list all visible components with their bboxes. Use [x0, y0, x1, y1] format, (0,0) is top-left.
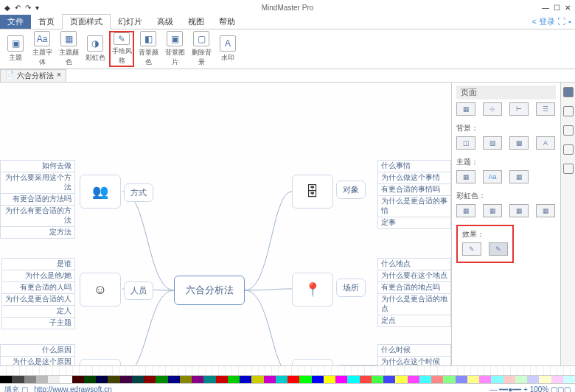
app-icon: ◆: [4, 4, 10, 12]
effect-section: 效果： ✎ ✎: [456, 225, 514, 263]
side-label-rainbow: 彩虹色：: [456, 191, 556, 201]
effect-thumb-pen[interactable]: ✎: [462, 242, 481, 256]
center-node[interactable]: 六合分析法: [174, 276, 245, 305]
node[interactable]: 方式: [124, 183, 153, 202]
theme-thumb[interactable]: Aa: [483, 170, 502, 183]
menu-tab-0[interactable]: 首页: [31, 15, 62, 29]
bg-thumb[interactable]: ▩: [509, 136, 529, 150]
ribbon-背景图片[interactable]: ▣背景图片: [162, 31, 187, 67]
minimize-icon[interactable]: —: [542, 4, 549, 12]
side-label-effect: 效果：: [462, 229, 508, 239]
branch-items[interactable]: 是谁为什么是他/她有更合适的人吗为什么是更合适的人定人子主题: [1, 258, 75, 329]
theme-thumb[interactable]: ▦: [509, 170, 529, 183]
menu-tab-1[interactable]: 页面样式: [62, 14, 111, 29]
sidemini-icon[interactable]: [563, 106, 574, 116]
ribbon-主题字体[interactable]: Aa主题字体: [29, 31, 55, 67]
document-tab[interactable]: 📄 六合分析法 ×: [0, 69, 66, 83]
rainbow-thumb[interactable]: ▦: [509, 204, 529, 217]
layout-thumb[interactable]: ⊢: [509, 102, 529, 116]
sidemini-icon[interactable]: [563, 125, 574, 136]
side-title: 页面: [456, 85, 556, 99]
branch-items[interactable]: 如何去做为什么要采用这个方法有更合适的方法吗为什么有更合适的方法定方法: [0, 160, 75, 239]
undo-icon[interactable]: ↶: [15, 4, 21, 12]
close-icon[interactable]: ✕: [565, 4, 571, 12]
layout-thumb[interactable]: ▦: [456, 102, 475, 116]
layout-thumb[interactable]: ☰: [536, 102, 555, 116]
menu-tab-2[interactable]: 幻灯片: [111, 15, 150, 29]
node[interactable]: 🗄: [292, 175, 333, 209]
menu-tab-3[interactable]: 高级: [150, 15, 181, 29]
app-title: MindMaster Pro: [0, 4, 575, 12]
bg-thumb[interactable]: ◫: [456, 136, 475, 150]
node[interactable]: 🕒: [292, 359, 333, 365]
node[interactable]: ☺: [80, 273, 121, 307]
login-link[interactable]: < 登录 ⛶ ▾: [532, 16, 575, 27]
ruler: [0, 365, 575, 376]
ribbon-删除背景[interactable]: ▢删除背景: [189, 31, 214, 67]
zoom-controls[interactable]: — ━━●━━ + 100% ▢▢▢: [489, 385, 571, 392]
branch-items[interactable]: 什么时候为什么在这个时候有更合适的时间吗为什么是更合适的时间定时: [377, 344, 451, 365]
theme-thumb[interactable]: ▦: [456, 170, 475, 183]
close-tab-icon[interactable]: ×: [57, 71, 61, 81]
node[interactable]: 👥: [80, 175, 121, 209]
color-palette[interactable]: [0, 376, 575, 383]
node[interactable]: ？: [80, 359, 121, 365]
side-label-theme: 主题：: [456, 157, 556, 167]
ribbon-主题[interactable]: ▣主题: [3, 31, 28, 67]
sidemini-icon[interactable]: [563, 87, 574, 97]
node[interactable]: 📍: [292, 273, 333, 307]
redo-icon[interactable]: ↷: [25, 4, 31, 12]
sidemini-icon[interactable]: [563, 144, 574, 155]
menu-file[interactable]: 文件: [0, 15, 31, 29]
branch-items[interactable]: 什么原因为什么是这个原因有更合理的原因吗为什么是更合理的原因定原因: [0, 344, 75, 365]
menu-tab-5[interactable]: 帮助: [212, 15, 243, 29]
branch-items[interactable]: 什么事情为什么做这个事情有更合适的事情吗为什么是更合适的事情定事: [377, 160, 451, 229]
node[interactable]: 人员: [124, 281, 153, 300]
bg-thumb[interactable]: ▧: [483, 136, 502, 150]
rainbow-thumb[interactable]: ▦: [456, 204, 475, 217]
rainbow-thumb[interactable]: ▦: [483, 204, 502, 217]
dropdown-icon[interactable]: ▾: [35, 4, 39, 12]
ribbon-背景颜色[interactable]: ◧背景颜色: [136, 31, 161, 67]
layout-thumb[interactable]: ⊹: [483, 102, 502, 116]
node[interactable]: 场所: [336, 279, 366, 297]
ribbon-主题颜色[interactable]: ▦主题颜色: [56, 31, 81, 67]
node[interactable]: 对象: [336, 181, 366, 199]
ribbon-彩虹色[interactable]: ◑彩虹色: [83, 31, 108, 67]
effect-thumb-brush[interactable]: ✎: [489, 242, 508, 256]
ribbon-水印[interactable]: A水印: [215, 31, 240, 67]
doc-icon: 📄: [5, 71, 14, 81]
status-link[interactable]: http://www.edrawsoft.cn: [34, 385, 112, 393]
menu-tab-4[interactable]: 视图: [181, 15, 212, 29]
ribbon-手绘风格[interactable]: ✎手绘风格: [109, 31, 134, 67]
sidemini-icon[interactable]: [563, 164, 574, 174]
status-fill: 填充: [4, 385, 19, 393]
bg-thumb[interactable]: A: [536, 136, 555, 150]
rainbow-thumb[interactable]: ▦: [536, 204, 555, 217]
maximize-icon[interactable]: ☐: [554, 4, 560, 12]
side-label-bg: 背景：: [456, 123, 556, 133]
branch-items[interactable]: 什么地点为什么要在这个地点有更合适的地点吗为什么是更合适的地点定点: [377, 258, 451, 327]
